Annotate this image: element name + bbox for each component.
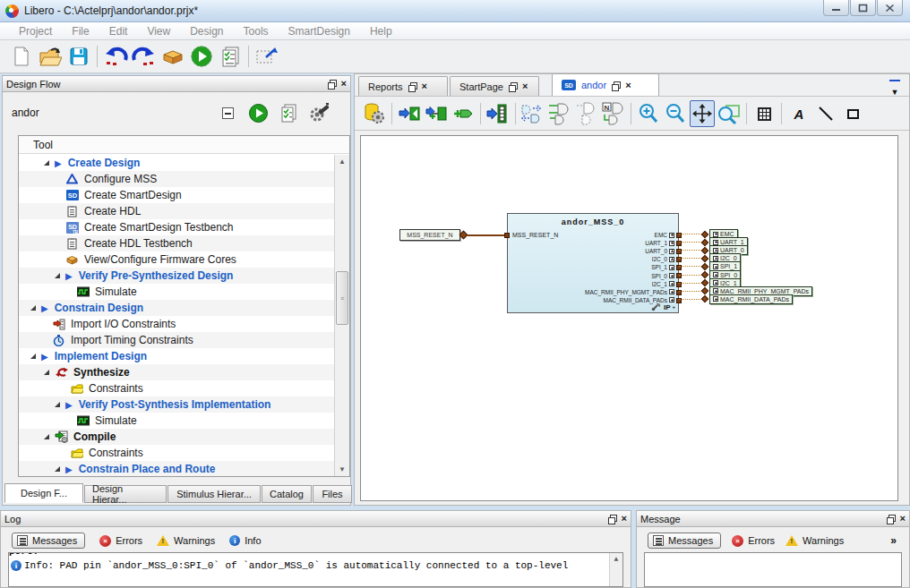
pin-diamond[interactable] (701, 230, 708, 237)
tab-design-hierarchy[interactable]: Design Hierar... (84, 485, 167, 503)
toggle-grid-icon[interactable] (751, 100, 777, 127)
titlebar[interactable]: Libero - C:\Actelprj\andor\andor.prjx* (0, 0, 910, 22)
expand-bus-icon[interactable] (713, 272, 718, 277)
expand-bus-icon[interactable] (669, 249, 674, 254)
message-header[interactable]: Message × (637, 511, 909, 527)
redo-icon[interactable] (130, 43, 159, 70)
pin-diamond[interactable] (701, 271, 708, 278)
pin-diamond[interactable] (701, 287, 708, 294)
maximize-button[interactable] (850, 0, 876, 16)
pin-diamond[interactable] (701, 246, 708, 253)
close-tab-icon[interactable]: × (422, 82, 427, 90)
ip-config-badge[interactable]: IP+ (651, 303, 675, 311)
tie-to-constant-icon[interactable]: N (601, 100, 626, 127)
pin-diamond[interactable] (701, 238, 708, 245)
expand-bus-icon[interactable] (713, 232, 718, 237)
float-tab-icon[interactable] (408, 82, 416, 90)
design-flow-header[interactable]: Design Flow × (3, 76, 350, 92)
tree-item-create-smartdesign[interactable]: SD Create SmartDesign (19, 187, 334, 203)
tab-files[interactable]: Files (313, 485, 352, 503)
log-tab-messages[interactable]: Messages (12, 533, 85, 549)
andor-mss-block[interactable]: andor_MSS_0 MSS_RESET_N EMC UART_1 UART_… (507, 213, 679, 313)
menu-file[interactable]: File (62, 23, 99, 39)
expand-icon[interactable] (55, 273, 60, 278)
expand-bus-icon[interactable] (669, 265, 674, 270)
tab-catalog[interactable]: Catalog (262, 485, 312, 503)
undo-icon[interactable] (101, 43, 130, 70)
expand-bus-icon[interactable] (669, 289, 674, 294)
float-tab-icon[interactable] (509, 82, 517, 90)
tab-stimulus-hierarchy[interactable]: Stimulus Hierar... (167, 485, 261, 503)
tree-item-create-hdl-testbench[interactable]: Create HDL Testbench (19, 235, 334, 251)
run-icon[interactable] (187, 43, 216, 70)
pin-diamond[interactable] (701, 255, 708, 262)
tree-item-verify-postsynth[interactable]: ▶ Verify Post-Synthesis Implementation (19, 396, 334, 413)
tree-scrollbar[interactable]: ▲ ≡ ▼ (334, 155, 349, 476)
expand-icon[interactable] (44, 434, 49, 439)
tree-item-firmware-cores[interactable]: View/Configure Firmware Cores (19, 251, 334, 268)
connect-pins-icon[interactable] (424, 100, 449, 127)
flow-report-icon[interactable] (279, 103, 298, 123)
expand-icon[interactable] (55, 466, 60, 472)
log-text-area[interactable]: port. i Info: PAD pin `andor_MSS_0:SPI_0… (8, 552, 623, 587)
pin-diamond[interactable] (701, 295, 708, 303)
tree-item-create-sd-testbench[interactable]: SDTB Create SmartDesign Testbench (19, 219, 334, 235)
expand-bus-icon[interactable] (669, 241, 674, 246)
auto-connect-icon[interactable] (397, 100, 422, 127)
expand-bus-icon[interactable] (713, 280, 718, 285)
tree-item-compile[interactable]: D Compile (19, 429, 334, 445)
pin-diamond[interactable] (701, 279, 708, 286)
connect-mode-icon[interactable] (520, 100, 545, 127)
port-tag[interactable]: MAC_RMII_DATA_PADs (709, 294, 793, 304)
collapse-all-icon[interactable] (218, 103, 237, 123)
log-tab-info[interactable]: i Info (229, 535, 261, 546)
float-panel-icon[interactable] (608, 515, 616, 523)
tree-item-create-hdl[interactable]: Create HDL (19, 203, 334, 219)
close-tab-icon[interactable]: × (522, 82, 528, 90)
float-panel-icon[interactable] (887, 515, 895, 523)
tree-item-synthesize[interactable]: Synthesize (19, 364, 334, 380)
tree-item-import-timing-constraints[interactable]: Import Timing Constraints (19, 332, 334, 348)
tree-item-configure-mss[interactable]: Configure MSS (19, 171, 334, 187)
maximize-workspace-icon[interactable] (253, 43, 281, 70)
expand-bus-icon[interactable] (669, 233, 674, 238)
log-tab-errors[interactable]: × Errors (99, 535, 142, 547)
pin-diamond[interactable] (459, 231, 468, 240)
minimize-button[interactable] (823, 0, 849, 16)
menu-help[interactable]: Help (360, 23, 402, 39)
expand-bus-icon[interactable] (669, 273, 674, 278)
save-icon[interactable] (64, 43, 93, 70)
expand-icon[interactable] (30, 354, 36, 359)
pin-diamond[interactable] (701, 263, 708, 270)
float-panel-icon[interactable] (328, 80, 336, 88)
smartdesign-canvas[interactable]: MSS_RESET_N andor_MSS_0 MSS_RESET_N EMC … (360, 135, 898, 501)
menu-smartdesign[interactable]: SmartDesign (279, 23, 360, 39)
expand-bus-icon[interactable] (713, 256, 718, 261)
tab-list-icon[interactable]: ▼ (889, 80, 900, 98)
message-tab-warnings[interactable]: Warnings (786, 535, 844, 546)
expand-bus-icon[interactable] (669, 257, 674, 262)
invert-pin-icon[interactable] (547, 100, 572, 127)
tab-design-flow[interactable]: Design F... (4, 483, 83, 503)
tie-off-pin-icon[interactable] (574, 100, 599, 127)
expand-bus-icon[interactable] (713, 240, 718, 245)
scroll-up-icon[interactable]: ▲ (335, 155, 349, 168)
menu-tools[interactable]: Tools (234, 23, 279, 39)
add-text-icon[interactable]: A (786, 100, 811, 127)
log-header[interactable]: Log × (1, 511, 631, 527)
log-scrollbar[interactable]: ▲ (609, 553, 622, 586)
expand-bus-icon[interactable] (713, 288, 718, 294)
input-pin-square[interactable] (504, 233, 510, 238)
new-project-icon[interactable] (7, 43, 36, 70)
firmware-cores-icon[interactable] (159, 43, 187, 70)
menu-edit[interactable]: Edit (99, 23, 138, 39)
top-level-pin-tag[interactable]: MSS_RESET_N (399, 229, 460, 241)
tree-item-verify-presynth[interactable]: ▶ Verify Pre-Synthesized Design (19, 268, 334, 284)
tree-item-create-design[interactable]: ▶ Create Design (19, 155, 334, 171)
net-wire[interactable] (468, 234, 507, 236)
zoom-to-fit-icon[interactable] (690, 100, 715, 127)
tab-startpage[interactable]: StartPage × (450, 76, 539, 96)
add-rectangle-icon[interactable] (840, 100, 865, 127)
tree-item-simulate[interactable]: Simulate (19, 413, 334, 429)
expand-bus-icon[interactable] (713, 264, 718, 269)
